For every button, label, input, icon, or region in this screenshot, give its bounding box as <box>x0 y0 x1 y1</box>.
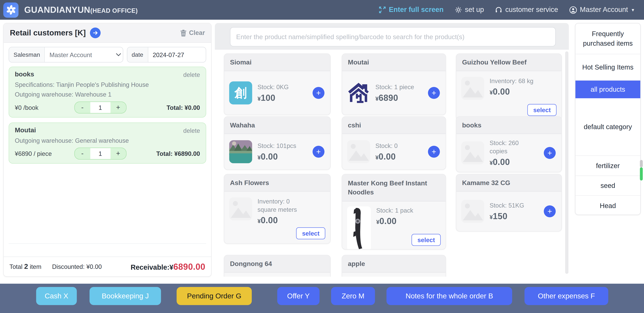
product-stock: Stock: 0KG <box>258 83 289 91</box>
product-stock: Stock: 1 piece <box>376 83 414 91</box>
add-product-button[interactable]: + <box>428 87 440 99</box>
cart-item-total: Total: ¥6890.00 <box>146 150 200 157</box>
plus-icon: + <box>316 146 321 157</box>
cart-item-name: books <box>15 71 34 78</box>
pinwheel-logo-icon <box>6 5 16 15</box>
brand-title: GUANDIANYUN(HEAD OFFICE) <box>24 5 138 15</box>
image-placeholder-icon <box>461 200 484 223</box>
delete-item-button[interactable]: delete <box>183 71 200 78</box>
add-product-button[interactable]: + <box>428 146 440 158</box>
select-product-button[interactable]: select <box>296 227 325 239</box>
category-seed[interactable]: seed <box>576 176 640 196</box>
product-price: ¥0.00 <box>258 215 307 225</box>
product-title: Wahaha <box>224 117 330 134</box>
minus-button[interactable]: - <box>75 102 90 113</box>
product-photo-landscape <box>229 140 252 163</box>
image-placeholder-icon <box>229 197 252 220</box>
pos-app: GUANDIANYUN(HEAD OFFICE) Enter full scre… <box>0 0 644 313</box>
product-price: ¥0.00 <box>376 152 398 162</box>
add-product-button[interactable]: + <box>312 87 324 99</box>
order-notes-button[interactable]: Notes for the whole order B <box>386 287 512 305</box>
cart-header: Retail customers [K] <box>4 24 211 43</box>
plus-icon: + <box>547 147 552 159</box>
category-all-products[interactable]: all products <box>576 81 640 98</box>
category-hot-selling[interactable]: Hot Selling Items <box>576 54 640 81</box>
zero-button[interactable]: Zero M <box>331 287 375 305</box>
cart-summary: Total 2 item Discounted: ¥0.00 Receivabl… <box>4 256 211 276</box>
product-stock: Stock: 51KG <box>490 201 524 210</box>
product-card: Dongnong 64 <box>224 255 331 277</box>
product-title: Master Kong Beef Instant Noodles <box>342 174 446 201</box>
arrow-right-icon <box>92 30 98 36</box>
category-frequently-purchased[interactable]: Frequently purchased items <box>576 24 640 54</box>
products-scrollbar[interactable] <box>565 51 568 274</box>
products-panel: Siomai 創 Stock: 0KG ¥100 + Moutai <box>215 23 569 277</box>
category-fertilizer[interactable]: fertilizer <box>576 156 640 176</box>
receivable-value: 6890.00 <box>173 262 205 271</box>
plus-button[interactable]: + <box>110 102 126 113</box>
image-placeholder-icon <box>347 140 370 163</box>
quantity-input[interactable]: 1 <box>90 148 110 159</box>
product-price: ¥0.00 <box>376 216 413 226</box>
other-expenses-button[interactable]: Other expenses F <box>524 287 608 305</box>
bookkeeping-button[interactable]: Bookkeeping J <box>90 287 161 305</box>
category-default[interactable]: default category <box>576 98 640 156</box>
product-card: Master Kong Beef Instant Noodles <box>342 174 446 249</box>
pending-order-button[interactable]: Pending Order G <box>177 287 252 305</box>
product-card: books Stock: 260 copies ¥0.00 + <box>456 116 562 172</box>
cart-item-warehouse: Outgoing warehouse: General warehouse <box>15 137 200 144</box>
offer-button[interactable]: Offer Y <box>277 287 320 305</box>
quantity-input[interactable]: 1 <box>90 102 110 113</box>
topbar-actions: Enter full screen set up <box>378 6 634 14</box>
minus-button[interactable]: - <box>75 148 90 159</box>
product-title: books <box>456 117 562 134</box>
product-title: Kamame 32 CG <box>456 174 562 192</box>
caret-down-icon: ▾ <box>632 7 634 13</box>
plus-icon: + <box>432 87 436 98</box>
salesman-value: Master Account <box>45 47 116 62</box>
product-stock: Stock: 1 pack <box>376 206 413 215</box>
product-stock: Stock: 101pcs <box>258 142 296 150</box>
image-placeholder-icon <box>461 141 484 164</box>
product-title: apple <box>342 255 446 272</box>
headset-icon <box>495 6 502 14</box>
product-price: ¥0.00 <box>490 157 527 167</box>
select-product-button[interactable]: select <box>412 234 441 246</box>
salesman-label: Salesman <box>9 47 45 62</box>
gear-icon <box>454 6 462 14</box>
plus-icon: + <box>316 87 321 98</box>
product-logo-siomai: 創 <box>229 82 252 104</box>
select-product-button[interactable]: select <box>528 104 556 116</box>
product-stock: Inventory: 0 square meters <box>258 197 307 214</box>
page-scrollbar-thumb[interactable] <box>640 167 643 180</box>
product-card: Kamame 32 CG Stock: 51KG ¥150 + <box>456 174 562 231</box>
product-price: ¥0.00 <box>490 87 533 97</box>
delete-item-button[interactable]: delete <box>183 127 200 134</box>
customer-service-button[interactable]: customer service <box>495 6 558 14</box>
setup-button[interactable]: set up <box>454 6 484 14</box>
quantity-stepper: - 1 + <box>74 102 126 114</box>
product-card: apple <box>342 255 446 277</box>
plus-icon: + <box>432 146 436 157</box>
product-title: Ash Flowers <box>224 174 330 192</box>
receivable: Receivable:¥ 6890.00 <box>131 262 206 271</box>
add-product-button[interactable]: + <box>312 146 324 158</box>
salesman-select[interactable]: Salesman Master Account <box>8 47 123 63</box>
cash-button[interactable]: Cash X <box>36 287 77 305</box>
product-price: ¥150 <box>490 211 524 221</box>
enter-fullscreen-button[interactable]: Enter full screen <box>378 6 444 14</box>
plus-button[interactable]: + <box>110 148 126 159</box>
product-search-input[interactable] <box>230 27 556 47</box>
date-picker[interactable]: date 2024-07-27 <box>127 47 206 63</box>
add-product-button[interactable]: + <box>544 147 556 159</box>
select-customer-button[interactable] <box>90 28 101 38</box>
account-menu[interactable]: Master Account ▾ <box>569 6 634 14</box>
product-logo-moutai <box>347 82 370 104</box>
add-product-button[interactable]: + <box>544 205 556 217</box>
cart-item-warehouse: Outgoing warehouse: Warehouse 1 <box>15 91 200 98</box>
category-head[interactable]: Head <box>576 196 640 215</box>
page-scrollbar-track[interactable] <box>640 160 643 167</box>
cart-item-name: Moutai <box>15 127 36 134</box>
clear-cart-button[interactable]: Clear <box>180 29 205 37</box>
product-price: ¥0.00 <box>258 152 296 162</box>
